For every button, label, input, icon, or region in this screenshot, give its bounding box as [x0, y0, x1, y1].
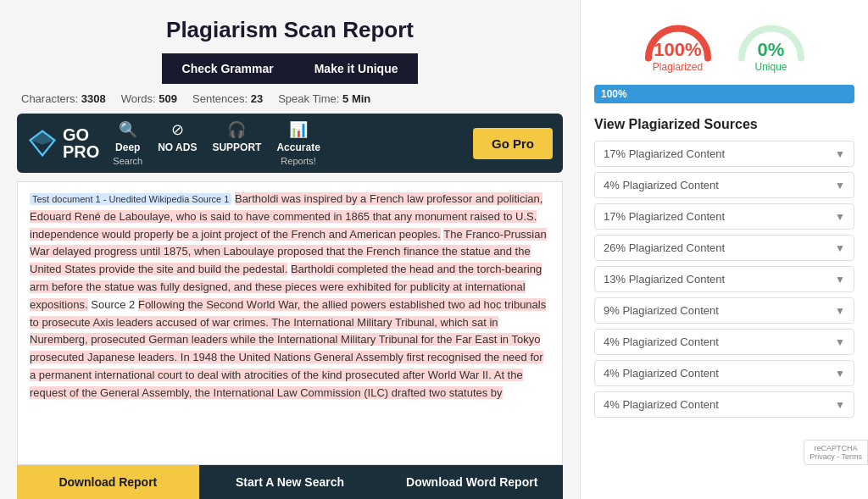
feature-support: 🎧 SUPPORT — [212, 120, 261, 166]
new-search-button[interactable]: Start A New Search — [199, 465, 381, 499]
source-item-label: 4% Plagiarized Content — [604, 179, 719, 191]
characters-stat: Characters: 3308 — [21, 92, 106, 105]
search-icon: 🔍 — [119, 120, 137, 139]
source-item-label: 9% Plagiarized Content — [604, 304, 719, 317]
text-paragraph-2: Following the Second World War, the alli… — [30, 298, 546, 399]
reports-icon: 📊 — [289, 120, 308, 139]
source-item[interactable]: 4% Plagiarized Content ▼ — [594, 329, 854, 355]
plagiarized-value: 100% — [653, 39, 703, 61]
source-item[interactable]: 26% Plagiarized Content ▼ — [594, 235, 854, 261]
go-pro-button[interactable]: Go Pro — [473, 128, 553, 159]
chevron-down-icon: ▼ — [835, 274, 845, 286]
chevron-down-icon: ▼ — [835, 368, 845, 380]
diamond-icon — [27, 128, 58, 158]
source-item-label: 4% Plagiarized Content — [604, 335, 719, 348]
unique-label: Unique — [754, 61, 787, 73]
chevron-down-icon: ▼ — [835, 242, 845, 254]
sentences-stat: Sentences: 23 — [192, 92, 263, 105]
text-paragraph-1: Bartholdi was inspired by a French law p… — [30, 192, 547, 311]
plagiarized-gauge: 100% Plagiarized — [640, 14, 716, 73]
source-item-label: 17% Plagiarized Content — [604, 147, 725, 160]
make-unique-button[interactable]: Make it Unique — [294, 53, 419, 84]
chevron-down-icon: ▼ — [835, 399, 845, 411]
check-grammar-button[interactable]: Check Grammar — [162, 53, 294, 84]
chevron-down-icon: ▼ — [835, 148, 845, 160]
svg-marker-1 — [31, 131, 55, 145]
source-item[interactable]: 9% Plagiarized Content ▼ — [594, 297, 854, 324]
banner-brand: GO PRO — [63, 126, 99, 160]
source-item[interactable]: 17% Plagiarized Content ▼ — [594, 141, 854, 167]
left-panel: Plagiarism Scan Report Check Grammar Mak… — [0, 0, 580, 499]
chevron-down-icon: ▼ — [835, 211, 845, 223]
page-title: Plagiarism Scan Report — [17, 17, 563, 43]
source-item[interactable]: 4% Plagiarized Content ▼ — [594, 172, 854, 198]
download-word-button[interactable]: Download Word Report — [381, 465, 563, 499]
chevron-down-icon: ▼ — [835, 305, 845, 317]
source-label-2: Source 2 — [91, 298, 135, 311]
unique-gauge: 0% Unique — [733, 14, 810, 73]
download-report-button[interactable]: Download Report — [17, 465, 199, 499]
text-content-area[interactable]: Test document 1 - Unedited Wikipedia Sou… — [17, 181, 563, 465]
speak-time-stat: Speak Time: 5 Min — [278, 92, 370, 105]
go-pro-banner: GO PRO 🔍 Deep Search ⊘ NO ADS 🎧 SUPPORT — [17, 114, 563, 173]
source-item[interactable]: 13% Plagiarized Content ▼ — [594, 266, 854, 292]
source-item-label: 4% Plagiarized Content — [604, 367, 719, 380]
sources-title: View Plagiarized Sources — [594, 117, 854, 132]
progress-bar-fill: 100% — [594, 85, 854, 103]
stats-bar: Characters: 3308 Words: 509 Sentences: 2… — [17, 92, 563, 105]
banner-logo: GO PRO — [27, 126, 99, 160]
action-buttons: Check Grammar Make it Unique — [17, 53, 563, 84]
feature-deep-search: 🔍 Deep Search — [113, 120, 142, 166]
main-container: Plagiarism Scan Report Check Grammar Mak… — [0, 0, 868, 499]
sources-list: 17% Plagiarized Content ▼ 4% Plagiarized… — [594, 141, 854, 423]
words-stat: Words: 509 — [121, 92, 177, 105]
plagiarized-label: Plagiarized — [653, 61, 703, 73]
recaptcha-badge: reCAPTCHA Privacy - Terms — [804, 440, 868, 465]
gauges-row: 100% Plagiarized 0% Unique — [594, 14, 854, 73]
source-item[interactable]: 17% Plagiarized Content ▼ — [594, 203, 854, 230]
source-item[interactable]: 4% Plagiarized Content ▼ — [594, 360, 854, 386]
support-icon: 🎧 — [227, 120, 246, 139]
banner-features: 🔍 Deep Search ⊘ NO ADS 🎧 SUPPORT 📊 Accur… — [113, 120, 459, 166]
source-item-label: 26% Plagiarized Content — [604, 241, 725, 254]
right-panel: 100% Plagiarized 0% Unique 100% — [580, 0, 868, 499]
unique-value: 0% — [754, 39, 787, 61]
source-label-1: Test document 1 - Unedited Wikipedia Sou… — [30, 193, 231, 205]
source-item-label: 17% Plagiarized Content — [604, 210, 725, 223]
chevron-down-icon: ▼ — [835, 336, 845, 348]
chevron-down-icon: ▼ — [835, 180, 845, 191]
source-item-label: 4% Plagiarized Content — [604, 398, 719, 411]
bottom-buttons: Download Report Start A New Search Downl… — [17, 465, 563, 499]
source-item-label: 13% Plagiarized Content — [604, 273, 725, 286]
feature-reports: 📊 Accurate Reports! — [276, 120, 320, 166]
feature-no-ads: ⊘ NO ADS — [158, 120, 197, 166]
progress-bar-container: 100% — [594, 85, 854, 103]
no-ads-icon: ⊘ — [171, 120, 184, 139]
source-item[interactable]: 4% Plagiarized Content ▼ — [594, 391, 854, 418]
